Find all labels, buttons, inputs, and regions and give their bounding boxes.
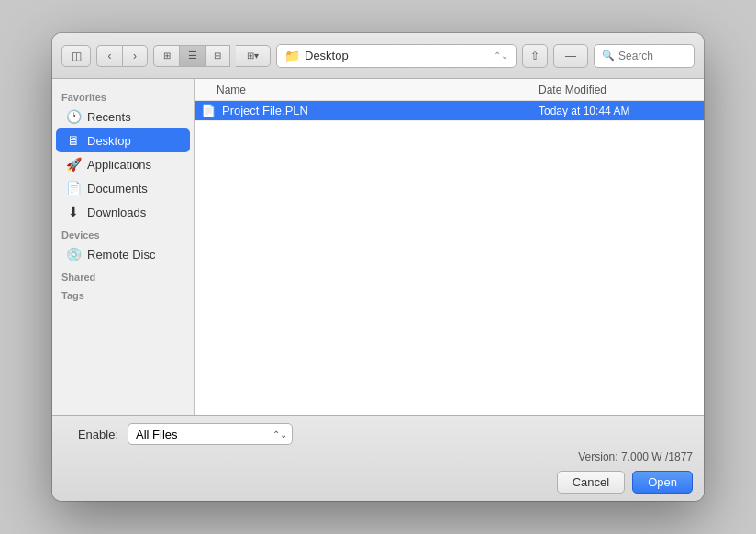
view-gallery-icon: ⊞▾: [247, 50, 259, 61]
share-button[interactable]: ⇧: [522, 44, 548, 68]
cancel-button[interactable]: Cancel: [557, 471, 625, 494]
sidebar-item-remote-disc-label: Remote Disc: [87, 248, 155, 261]
file-list: Name Date Modified 📄 Project File.PLN To…: [195, 79, 704, 415]
file-list-header: Name Date Modified: [195, 79, 704, 101]
location-bar[interactable]: 📁 Desktop ⌃⌄: [276, 44, 517, 68]
sidebar-toggle-button[interactable]: ◫: [61, 45, 91, 67]
sidebar-item-recents-label: Recents: [87, 110, 131, 124]
downloads-icon: ⬇: [65, 204, 82, 220]
sidebar-item-documents[interactable]: 📄 Documents: [56, 176, 190, 200]
button-row: Cancel Open: [63, 471, 693, 494]
toolbar: ◫ ‹ › ⊞ ☰ ⊟ ⊞▾ 📁: [52, 33, 704, 79]
documents-icon: 📄: [65, 180, 82, 196]
view-columns-button[interactable]: ⊟: [205, 45, 230, 67]
search-icon: 🔍: [602, 50, 615, 61]
enable-select[interactable]: All Files ArchiCAD Files Recent Files: [128, 423, 293, 445]
view-list-button[interactable]: ☰: [179, 45, 205, 67]
view-columns-icon: ⊟: [214, 50, 221, 61]
back-icon: ‹: [108, 50, 112, 62]
version-row: Version: 7.000 W /1877: [63, 451, 693, 463]
file-name: Project File.PLN: [218, 104, 539, 117]
tags-label: Tags: [52, 284, 194, 303]
sidebar-toggle-icon: ◫: [72, 50, 82, 62]
content-area: Favorites 🕐 Recents 🖥 Desktop 🚀 Applicat…: [52, 79, 704, 415]
forward-button[interactable]: ›: [122, 45, 148, 67]
search-input[interactable]: [618, 50, 692, 62]
back-button[interactable]: ‹: [96, 45, 122, 67]
sidebar-item-applications[interactable]: 🚀 Applications: [56, 152, 190, 176]
enable-select-wrapper: All Files ArchiCAD Files Recent Files ⌃⌄: [128, 423, 293, 445]
file-date: Today at 10:44 AM: [539, 105, 704, 117]
col-date-header: Date Modified: [539, 83, 704, 96]
col-name-header: Name: [195, 83, 539, 96]
enable-label: Enable:: [63, 428, 118, 441]
sidebar-item-applications-label: Applications: [87, 158, 151, 172]
file-dialog: ◫ ‹ › ⊞ ☰ ⊟ ⊞▾ 📁: [52, 33, 704, 501]
nav-buttons: ‹ ›: [96, 45, 148, 67]
view-icon-button[interactable]: ⊞: [153, 45, 179, 67]
recents-icon: 🕐: [65, 108, 82, 125]
action-button[interactable]: —: [553, 44, 588, 68]
sidebar-item-downloads[interactable]: ⬇ Downloads: [56, 200, 190, 224]
sidebar-item-desktop[interactable]: 🖥 Desktop: [56, 128, 190, 152]
location-text: Desktop: [305, 49, 494, 62]
sidebar-item-recents[interactable]: 🕐 Recents: [56, 105, 190, 128]
sidebar: Favorites 🕐 Recents 🖥 Desktop 🚀 Applicat…: [52, 79, 195, 415]
bottom-bar: Enable: All Files ArchiCAD Files Recent …: [52, 415, 704, 501]
desktop-icon: 🖥: [65, 132, 82, 149]
sidebar-item-documents-label: Documents: [87, 182, 148, 195]
sidebar-item-desktop-label: Desktop: [87, 134, 131, 148]
remote-disc-icon: 💿: [65, 246, 82, 262]
view-buttons: ⊞ ☰ ⊟: [153, 45, 230, 67]
enable-row: Enable: All Files ArchiCAD Files Recent …: [63, 423, 693, 445]
view-list-icon: ☰: [188, 50, 197, 61]
view-icon-icon: ⊞: [163, 50, 171, 61]
table-row[interactable]: 📄 Project File.PLN Today at 10:44 AM: [195, 101, 704, 121]
search-box[interactable]: 🔍: [594, 44, 695, 68]
location-arrows-icon: ⌃⌄: [494, 50, 508, 61]
view-grid-area: ⊞▾: [236, 45, 271, 67]
location-folder-icon: 📁: [284, 49, 300, 63]
share-icon: ⇧: [530, 50, 539, 62]
version-text: Version: 7.000 W /1877: [578, 451, 693, 463]
sidebar-item-remote-disc[interactable]: 💿 Remote Disc: [56, 242, 190, 266]
shared-label: Shared: [52, 266, 194, 284]
view-gallery-button[interactable]: ⊞▾: [236, 45, 271, 67]
empty-area: [195, 121, 704, 415]
forward-icon: ›: [133, 50, 137, 62]
favorites-label: Favorites: [52, 86, 194, 105]
open-button[interactable]: Open: [632, 471, 693, 494]
sidebar-item-downloads-label: Downloads: [87, 206, 146, 219]
action-icon: —: [565, 50, 576, 62]
devices-label: Devices: [52, 224, 194, 242]
applications-icon: 🚀: [65, 156, 82, 172]
file-icon: 📄: [198, 104, 218, 117]
